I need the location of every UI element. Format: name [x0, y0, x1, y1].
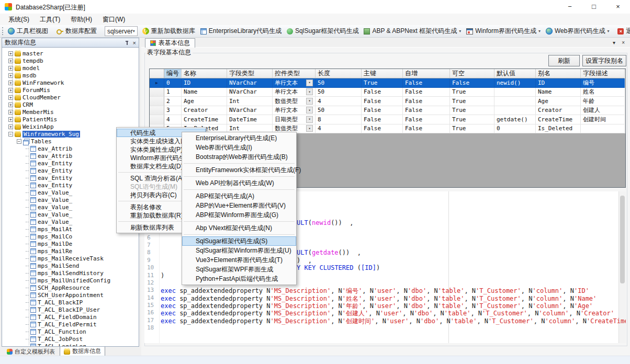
- grid-cell[interactable]: [581, 124, 625, 134]
- grid-cell[interactable]: getdate(): [494, 115, 536, 124]
- tree-expander-icon[interactable]: −: [8, 132, 13, 136]
- tab-list-dropdown-icon[interactable]: ▾: [613, 40, 615, 46]
- column-header-5[interactable]: 主键: [362, 69, 403, 78]
- column-header-3[interactable]: 控件类型: [273, 69, 316, 78]
- grid-cell[interactable]: Creator: [536, 106, 581, 116]
- menu-item-4[interactable]: EntityFramework实体框架代码生成(F): [182, 165, 296, 175]
- grid-cell[interactable]: False: [362, 97, 403, 106]
- grid-cell[interactable]: 50: [316, 78, 362, 88]
- tree-node[interactable]: SCH_UserAppointment: [26, 291, 104, 299]
- menu-item-6[interactable]: Web API控制器代码生成(W): [182, 178, 296, 188]
- tree-node[interactable]: mps_MailSendHistory: [26, 269, 104, 277]
- tree-node[interactable]: T_ACL_JobPost: [26, 335, 83, 343]
- tree-node[interactable]: mps_MailDe: [26, 240, 72, 247]
- tree-node[interactable]: mps_MailCo: [26, 233, 72, 240]
- toolbar-view-button[interactable]: 工具栏视图: [5, 26, 51, 37]
- tree-node[interactable]: T_ACL_Function: [26, 328, 86, 335]
- column-header-2[interactable]: 字段类型: [227, 69, 273, 78]
- grid-cell[interactable]: CreateTime: [182, 115, 227, 124]
- tree-expander-icon[interactable]: +: [8, 124, 13, 129]
- column-header-6[interactable]: 自增: [403, 69, 450, 78]
- grid-cell[interactable]: 4: [316, 124, 362, 134]
- tab-table-basic-info[interactable]: 表基本信息: [145, 38, 195, 48]
- menubar-item-3[interactable]: 窗口(W): [97, 14, 130, 25]
- minimize-button[interactable]: −: [558, 0, 582, 14]
- grid-cell[interactable]: Is_Deleted: [536, 124, 581, 134]
- set-field-alias-button[interactable]: 设置字段别名: [582, 55, 626, 66]
- grid-cell[interactable]: True: [362, 78, 403, 88]
- grid-cell[interactable]: False: [403, 124, 450, 134]
- grid-cell[interactable]: False: [403, 115, 450, 124]
- tree-node[interactable]: +CRM: [8, 101, 33, 108]
- grid-cell[interactable]: 50: [316, 88, 362, 97]
- grid-cell[interactable]: 创建时间: [581, 115, 625, 124]
- toolbar-winform-button[interactable]: Winform界面代码生成 ▾: [464, 26, 543, 37]
- grid-cell[interactable]: True: [450, 106, 494, 116]
- tree-node[interactable]: eav_Value_: [26, 203, 72, 211]
- grid-cell[interactable]: Age: [536, 97, 581, 106]
- close-button[interactable]: ×: [606, 0, 630, 14]
- tree-expander-icon[interactable]: +: [8, 81, 13, 85]
- toolbar-web-button[interactable]: Web界面代码生成 ▾: [543, 26, 612, 37]
- column-header-10[interactable]: 字段描述: [581, 69, 625, 78]
- menubar-item-1[interactable]: 工具(T): [35, 14, 65, 25]
- tree-expander-icon[interactable]: +: [8, 95, 13, 100]
- tree-node[interactable]: T_ACL_BlackIP: [26, 299, 83, 306]
- tree-node[interactable]: T_ACL_FieldPermit: [26, 321, 97, 328]
- grid-cell[interactable]: 4: [316, 97, 362, 106]
- grid-cell[interactable]: False: [362, 115, 403, 124]
- tree-node[interactable]: eav_Entity: [26, 174, 72, 181]
- grid-cell[interactable]: True: [450, 97, 494, 106]
- grid-cell[interactable]: Name: [182, 88, 227, 97]
- grid-cell[interactable]: 日期类型▾: [273, 115, 316, 124]
- grid-cell[interactable]: 姓名: [581, 88, 625, 97]
- grid-cell[interactable]: 0: [494, 124, 536, 134]
- tree-expander-icon[interactable]: +: [8, 59, 13, 63]
- menu-item-8[interactable]: ABP框架代码生成(A): [182, 191, 296, 201]
- grid-cell[interactable]: 数值类型▾: [273, 97, 316, 106]
- grid-cell[interactable]: 0: [164, 78, 182, 88]
- tree-expander-icon[interactable]: +: [8, 103, 13, 107]
- menu-item-10[interactable]: ABP框架Winform界面生成(G): [182, 210, 296, 220]
- grid-cell[interactable]: True: [450, 115, 494, 124]
- tree-node[interactable]: +PatientMis: [8, 116, 57, 123]
- tree-node[interactable]: eav_Value_: [26, 196, 72, 203]
- grid-cell[interactable]: newid(): [494, 78, 536, 88]
- grid-cell[interactable]: ID: [536, 78, 581, 88]
- grid-cell[interactable]: 年龄: [581, 97, 625, 106]
- tree-node[interactable]: mps_MailSend: [26, 262, 79, 269]
- tree-node[interactable]: −Winframework_Sug: [8, 130, 80, 138]
- menu-item-17[interactable]: SqlSugar框架WPF界面生成: [182, 265, 296, 274]
- tree-expander-icon[interactable]: +: [8, 66, 13, 71]
- toolbar-sqlsugar-button[interactable]: SqlSugar框架代码生成: [284, 26, 361, 37]
- grid-cell[interactable]: 创建人: [581, 106, 625, 116]
- grid-cell[interactable]: NVarChar: [227, 106, 273, 116]
- grid-cell[interactable]: Int: [227, 97, 273, 106]
- grid-cell[interactable]: 1: [164, 88, 182, 97]
- row-selector[interactable]: [150, 106, 164, 116]
- provider-combobox[interactable]: sqlserver ▾: [105, 26, 138, 36]
- panel-tab-1[interactable]: 数据库信息: [60, 347, 105, 356]
- scrollbar-thumb[interactable]: [620, 196, 625, 283]
- tree-node[interactable]: +ForumMis: [8, 86, 50, 94]
- menu-item-16[interactable]: Vue3+Element界面代码生成(T): [182, 255, 296, 265]
- tree-node[interactable]: eav_Attrib: [26, 152, 72, 160]
- tree-node[interactable]: +master: [8, 50, 43, 57]
- grid-cell[interactable]: Age: [182, 97, 227, 106]
- tab-close-icon[interactable]: ×: [622, 40, 625, 46]
- grid-cell[interactable]: 8: [316, 115, 362, 124]
- menubar-item-2[interactable]: 帮助(H): [65, 14, 97, 25]
- menu-item-12[interactable]: Abp VNext框架代码生成(N): [182, 223, 296, 233]
- tree-expander-icon[interactable]: +: [8, 51, 13, 56]
- tree-node[interactable]: eav_Value_: [26, 211, 72, 218]
- grid-cell[interactable]: False: [450, 78, 494, 88]
- grid-cell[interactable]: NVarChar: [227, 88, 273, 97]
- menu-item-1[interactable]: Web界面代码生成(I): [182, 143, 296, 152]
- column-header-0[interactable]: 编号: [164, 69, 182, 78]
- tree-node[interactable]: +MemberMis: [8, 108, 54, 116]
- cell-dropdown-icon[interactable]: ▾: [306, 116, 313, 123]
- tree-expander-icon[interactable]: −: [17, 139, 21, 144]
- menu-item-14[interactable]: SqlSugar框架代码生成(S): [182, 236, 296, 246]
- tree-expander-icon[interactable]: +: [8, 110, 13, 115]
- grid-cell[interactable]: [494, 88, 536, 97]
